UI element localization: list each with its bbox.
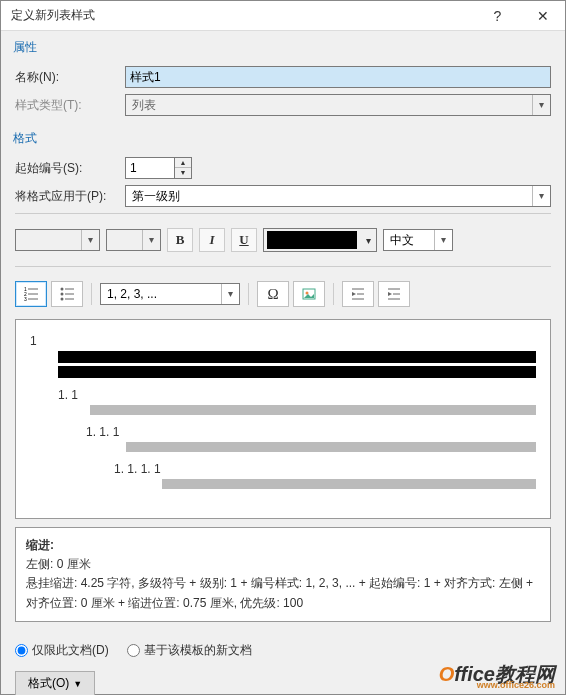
svg-point-10: [61, 298, 64, 301]
separator: [91, 283, 92, 305]
chevron-down-icon: ▼: [73, 679, 82, 689]
numbered-list-button[interactable]: 123: [15, 281, 47, 307]
increase-indent-button[interactable]: [378, 281, 410, 307]
font-toolbar: ▾ ▾ B I U ▾ 中文▾: [15, 220, 551, 260]
style-summary: 缩进: 左侧: 0 厘米 悬挂缩进: 4.25 字符, 多级符号 + 级别: 1…: [15, 527, 551, 622]
color-swatch: [267, 231, 357, 249]
number-format-combo[interactable]: 1, 2, 3, ...▾: [100, 283, 240, 305]
symbol-button[interactable]: Ω: [257, 281, 289, 307]
separator: [248, 283, 249, 305]
chevron-down-icon: ▾: [142, 230, 160, 250]
spinner-down-icon[interactable]: ▼: [175, 168, 191, 178]
preview-level-2: 1. 1: [58, 388, 536, 402]
divider: [15, 266, 551, 267]
italic-button[interactable]: I: [199, 228, 225, 252]
radio-this-doc[interactable]: 仅限此文档(D): [15, 642, 109, 659]
bold-button[interactable]: B: [167, 228, 193, 252]
chevron-down-icon: ▾: [81, 230, 99, 250]
chevron-down-icon: ▾: [532, 186, 550, 206]
section-properties: 属性: [1, 31, 565, 60]
preview-pane: 1 1. 1 1. 1. 1 1. 1. 1. 1: [15, 319, 551, 519]
section-format: 格式: [1, 122, 565, 151]
start-number-input[interactable]: [125, 157, 175, 179]
chevron-down-icon: ▾: [532, 95, 550, 115]
name-input[interactable]: [125, 66, 551, 88]
picture-button[interactable]: [293, 281, 325, 307]
name-label: 名称(N):: [15, 69, 125, 86]
help-button[interactable]: ?: [475, 1, 520, 31]
format-menu-button[interactable]: 格式(O) ▼: [15, 671, 95, 695]
chevron-down-icon: ▾: [221, 284, 239, 304]
underline-button[interactable]: U: [231, 228, 257, 252]
decrease-indent-button[interactable]: [342, 281, 374, 307]
start-number-label: 起始编号(S):: [15, 160, 125, 177]
bullet-list-button[interactable]: [51, 281, 83, 307]
font-size-combo[interactable]: ▾: [106, 229, 161, 251]
chevron-down-icon: ▾: [434, 230, 452, 250]
divider: [15, 213, 551, 214]
font-color-combo[interactable]: ▾: [263, 228, 377, 252]
preview-level-1: 1: [30, 334, 536, 348]
list-toolbar: 123 1, 2, 3, ...▾ Ω: [15, 273, 551, 315]
watermark: Office教程网 www.office26.com: [439, 661, 555, 688]
apply-to-combo[interactable]: 第一级别 ▾: [125, 185, 551, 207]
separator: [333, 283, 334, 305]
dialog-title: 定义新列表样式: [11, 7, 475, 24]
chevron-down-icon: ▾: [360, 235, 376, 246]
preview-level-4: 1. 1. 1. 1: [114, 462, 536, 476]
spinner-up-icon[interactable]: ▲: [175, 158, 191, 168]
start-number-spinner[interactable]: ▲ ▼: [125, 157, 192, 179]
language-combo[interactable]: 中文▾: [383, 229, 453, 251]
style-type-combo[interactable]: 列表 ▾: [125, 94, 551, 116]
apply-to-label: 将格式应用于(P):: [15, 188, 125, 205]
svg-point-6: [61, 288, 64, 291]
style-type-label: 样式类型(T):: [15, 97, 125, 114]
svg-text:3: 3: [24, 296, 27, 302]
close-button[interactable]: ✕: [520, 1, 565, 31]
dialog-define-list-style: 定义新列表样式 ? ✕ 属性 名称(N): 样式类型(T): 列表 ▾ 格式 起…: [0, 0, 566, 695]
radio-template[interactable]: 基于该模板的新文档: [127, 642, 252, 659]
titlebar: 定义新列表样式 ? ✕: [1, 1, 565, 31]
svg-point-8: [61, 293, 64, 296]
font-family-combo[interactable]: ▾: [15, 229, 100, 251]
preview-level-3: 1. 1. 1: [86, 425, 536, 439]
